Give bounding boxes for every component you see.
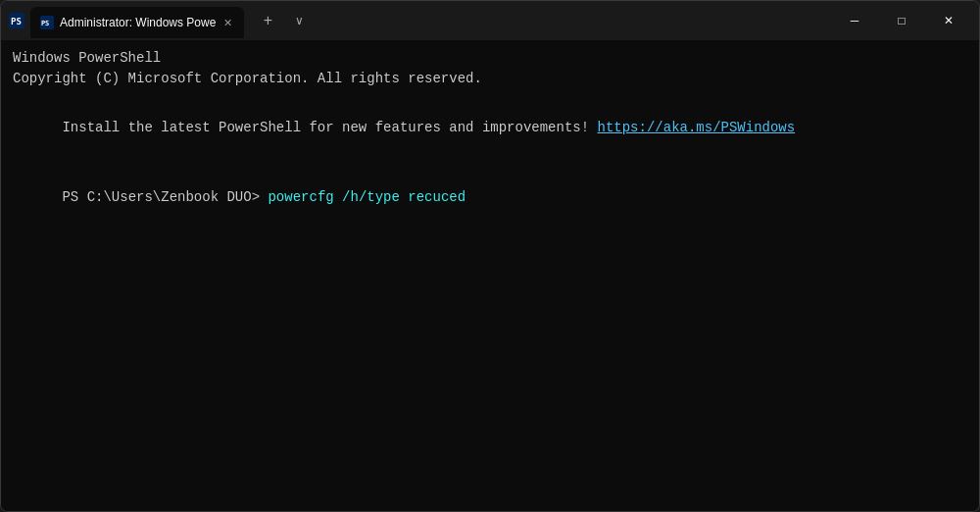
powershell-window-icon: PS: [9, 13, 24, 28]
tab-label: Administrator: Windows Powe: [60, 16, 216, 29]
terminal-line-2: Copyright (C) Microsoft Corporation. All…: [13, 69, 967, 89]
terminal-command: powercfg /h/type recuced: [268, 189, 466, 205]
new-tab-button[interactable]: +: [254, 7, 281, 34]
terminal-prompt-line: PS C:\Users\Zenbook DUO> powercfg /h/typ…: [13, 167, 967, 229]
tab-close-button[interactable]: ✕: [221, 17, 234, 29]
title-bar: PS PS Administrator: Windows Powe ✕ + ∨: [1, 1, 979, 40]
close-button[interactable]: ✕: [926, 5, 971, 36]
terminal-link[interactable]: https://aka.ms/PSWindows: [598, 120, 796, 135]
terminal-spacer-2: [13, 159, 967, 167]
maximize-button[interactable]: □: [879, 5, 924, 36]
tab-dropdown-button[interactable]: ∨: [287, 9, 311, 32]
terminal-install-text: Install the latest PowerShell for new fe…: [62, 120, 597, 135]
active-tab[interactable]: PS Administrator: Windows Powe ✕: [30, 7, 244, 38]
tab-powershell-icon: PS: [40, 16, 54, 29]
svg-text:PS: PS: [41, 20, 49, 27]
terminal-body[interactable]: Windows PowerShell Copyright (C) Microso…: [1, 40, 979, 511]
window-controls: ─ □ ✕: [832, 5, 971, 36]
terminal-spacer-1: [13, 89, 967, 97]
svg-text:PS: PS: [11, 17, 22, 26]
minimize-button[interactable]: ─: [832, 5, 877, 36]
terminal-window: PS PS Administrator: Windows Powe ✕ + ∨: [0, 0, 980, 512]
title-bar-left: PS PS Administrator: Windows Powe ✕ + ∨: [9, 3, 311, 38]
terminal-prompt-prefix: PS C:\Users\Zenbook DUO>: [62, 189, 268, 205]
terminal-line-4: Install the latest PowerShell for new fe…: [13, 97, 967, 159]
terminal-line-1: Windows PowerShell: [13, 48, 967, 69]
